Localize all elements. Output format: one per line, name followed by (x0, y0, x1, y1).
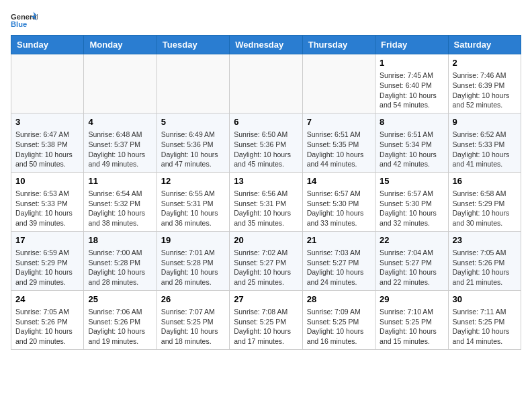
day-number: 13 (234, 175, 298, 187)
calendar-cell: 19Sunrise: 7:01 AM Sunset: 5:28 PM Dayli… (157, 231, 229, 290)
calendar-cell: 24Sunrise: 7:05 AM Sunset: 5:26 PM Dayli… (11, 290, 84, 349)
day-number: 21 (307, 234, 371, 246)
week-row-2: 3Sunrise: 6:47 AM Sunset: 5:38 PM Daylig… (11, 113, 521, 172)
calendar-cell: 17Sunrise: 6:59 AM Sunset: 5:29 PM Dayli… (11, 231, 84, 290)
day-number: 22 (380, 234, 443, 246)
calendar-cell: 16Sunrise: 6:58 AM Sunset: 5:29 PM Dayli… (448, 172, 521, 231)
day-info: Sunrise: 7:11 AM Sunset: 5:25 PM Dayligh… (453, 307, 517, 347)
day-number: 27 (234, 293, 298, 306)
calendar-cell: 1Sunrise: 7:45 AM Sunset: 6:40 PM Daylig… (375, 54, 448, 113)
weekday-friday: Friday (375, 36, 448, 54)
day-info: Sunrise: 6:49 AM Sunset: 5:36 PM Dayligh… (161, 130, 225, 169)
day-number: 15 (380, 175, 443, 187)
day-info: Sunrise: 6:56 AM Sunset: 5:31 PM Dayligh… (234, 189, 298, 228)
logo-icon: General Blue (11, 11, 38, 30)
calendar-cell: 27Sunrise: 7:08 AM Sunset: 5:25 PM Dayli… (230, 290, 302, 349)
page-header: General Blue (11, 11, 521, 30)
day-info: Sunrise: 6:57 AM Sunset: 5:30 PM Dayligh… (307, 189, 371, 228)
weekday-wednesday: Wednesday (230, 36, 302, 54)
calendar-cell: 2Sunrise: 7:46 AM Sunset: 6:39 PM Daylig… (448, 54, 521, 113)
day-info: Sunrise: 7:01 AM Sunset: 5:28 PM Dayligh… (161, 248, 225, 287)
calendar-cell (230, 54, 302, 113)
week-row-4: 17Sunrise: 6:59 AM Sunset: 5:29 PM Dayli… (11, 231, 521, 290)
calendar-cell: 21Sunrise: 7:03 AM Sunset: 5:27 PM Dayli… (302, 231, 375, 290)
day-number: 7 (307, 116, 371, 128)
day-number: 4 (88, 116, 152, 128)
weekday-sunday: Sunday (11, 36, 84, 54)
day-info: Sunrise: 6:53 AM Sunset: 5:33 PM Dayligh… (15, 189, 79, 228)
day-number: 25 (88, 293, 152, 306)
calendar-cell: 29Sunrise: 7:10 AM Sunset: 5:25 PM Dayli… (375, 290, 448, 349)
day-info: Sunrise: 7:02 AM Sunset: 5:27 PM Dayligh… (234, 248, 298, 287)
calendar-cell (302, 54, 375, 113)
day-info: Sunrise: 7:05 AM Sunset: 5:26 PM Dayligh… (15, 307, 79, 347)
day-number: 23 (453, 234, 517, 246)
calendar-cell: 22Sunrise: 7:04 AM Sunset: 5:27 PM Dayli… (375, 231, 448, 290)
calendar-cell (84, 54, 157, 113)
day-number: 1 (380, 57, 443, 69)
day-number: 3 (15, 116, 79, 128)
calendar-cell: 23Sunrise: 7:05 AM Sunset: 5:26 PM Dayli… (448, 231, 521, 290)
day-info: Sunrise: 7:00 AM Sunset: 5:28 PM Dayligh… (88, 248, 152, 287)
day-number: 19 (161, 234, 225, 246)
week-row-1: 1Sunrise: 7:45 AM Sunset: 6:40 PM Daylig… (11, 54, 521, 113)
calendar-cell: 14Sunrise: 6:57 AM Sunset: 5:30 PM Dayli… (302, 172, 375, 231)
day-info: Sunrise: 7:08 AM Sunset: 5:25 PM Dayligh… (234, 307, 298, 347)
calendar-cell: 11Sunrise: 6:54 AM Sunset: 5:32 PM Dayli… (84, 172, 157, 231)
calendar-cell: 28Sunrise: 7:09 AM Sunset: 5:25 PM Dayli… (302, 290, 375, 349)
day-info: Sunrise: 6:54 AM Sunset: 5:32 PM Dayligh… (88, 189, 152, 228)
calendar-cell: 5Sunrise: 6:49 AM Sunset: 5:36 PM Daylig… (157, 113, 229, 172)
day-info: Sunrise: 7:07 AM Sunset: 5:25 PM Dayligh… (161, 307, 225, 347)
logo: General Blue (11, 11, 38, 30)
calendar-table: SundayMondayTuesdayWednesdayThursdayFrid… (11, 35, 521, 350)
svg-text:Blue: Blue (11, 20, 27, 28)
calendar-cell: 20Sunrise: 7:02 AM Sunset: 5:27 PM Dayli… (230, 231, 302, 290)
day-number: 18 (88, 234, 152, 246)
day-info: Sunrise: 7:46 AM Sunset: 6:39 PM Dayligh… (453, 71, 517, 110)
weekday-saturday: Saturday (448, 36, 521, 54)
day-info: Sunrise: 6:48 AM Sunset: 5:37 PM Dayligh… (88, 130, 152, 169)
calendar-cell: 26Sunrise: 7:07 AM Sunset: 5:25 PM Dayli… (157, 290, 229, 349)
week-row-3: 10Sunrise: 6:53 AM Sunset: 5:33 PM Dayli… (11, 172, 521, 231)
day-info: Sunrise: 6:57 AM Sunset: 5:30 PM Dayligh… (380, 189, 443, 228)
calendar-cell: 30Sunrise: 7:11 AM Sunset: 5:25 PM Dayli… (448, 290, 521, 349)
day-number: 11 (88, 175, 152, 187)
calendar-cell: 4Sunrise: 6:48 AM Sunset: 5:37 PM Daylig… (84, 113, 157, 172)
day-number: 16 (453, 175, 517, 187)
day-info: Sunrise: 7:09 AM Sunset: 5:25 PM Dayligh… (307, 307, 371, 347)
weekday-tuesday: Tuesday (157, 36, 229, 54)
day-number: 29 (380, 293, 443, 306)
day-info: Sunrise: 6:59 AM Sunset: 5:29 PM Dayligh… (15, 248, 79, 287)
day-info: Sunrise: 6:47 AM Sunset: 5:38 PM Dayligh… (15, 130, 79, 169)
calendar-cell (11, 54, 84, 113)
day-info: Sunrise: 6:55 AM Sunset: 5:31 PM Dayligh… (161, 189, 225, 228)
calendar-cell: 10Sunrise: 6:53 AM Sunset: 5:33 PM Dayli… (11, 172, 84, 231)
day-number: 30 (453, 293, 517, 306)
day-number: 6 (234, 116, 298, 128)
calendar-cell: 18Sunrise: 7:00 AM Sunset: 5:28 PM Dayli… (84, 231, 157, 290)
day-info: Sunrise: 7:45 AM Sunset: 6:40 PM Dayligh… (380, 71, 443, 110)
day-number: 26 (161, 293, 225, 306)
day-info: Sunrise: 6:52 AM Sunset: 5:33 PM Dayligh… (453, 130, 517, 169)
calendar-cell: 7Sunrise: 6:51 AM Sunset: 5:35 PM Daylig… (302, 113, 375, 172)
calendar-cell: 8Sunrise: 6:51 AM Sunset: 5:34 PM Daylig… (375, 113, 448, 172)
day-info: Sunrise: 7:06 AM Sunset: 5:26 PM Dayligh… (88, 307, 152, 347)
calendar-cell: 25Sunrise: 7:06 AM Sunset: 5:26 PM Dayli… (84, 290, 157, 349)
day-info: Sunrise: 7:04 AM Sunset: 5:27 PM Dayligh… (380, 248, 443, 287)
weekday-header-row: SundayMondayTuesdayWednesdayThursdayFrid… (11, 36, 521, 54)
day-number: 12 (161, 175, 225, 187)
calendar-cell: 15Sunrise: 6:57 AM Sunset: 5:30 PM Dayli… (375, 172, 448, 231)
week-row-5: 24Sunrise: 7:05 AM Sunset: 5:26 PM Dayli… (11, 290, 521, 349)
day-info: Sunrise: 7:03 AM Sunset: 5:27 PM Dayligh… (307, 248, 371, 287)
calendar-cell: 3Sunrise: 6:47 AM Sunset: 5:38 PM Daylig… (11, 113, 84, 172)
calendar-cell: 6Sunrise: 6:50 AM Sunset: 5:36 PM Daylig… (230, 113, 302, 172)
calendar-cell (157, 54, 229, 113)
day-info: Sunrise: 6:51 AM Sunset: 5:34 PM Dayligh… (380, 130, 443, 169)
day-number: 17 (15, 234, 79, 246)
weekday-monday: Monday (84, 36, 157, 54)
day-info: Sunrise: 6:58 AM Sunset: 5:29 PM Dayligh… (453, 189, 517, 228)
day-info: Sunrise: 6:51 AM Sunset: 5:35 PM Dayligh… (307, 130, 371, 169)
calendar-cell: 13Sunrise: 6:56 AM Sunset: 5:31 PM Dayli… (230, 172, 302, 231)
day-info: Sunrise: 7:10 AM Sunset: 5:25 PM Dayligh… (380, 307, 443, 347)
day-number: 24 (15, 293, 79, 306)
